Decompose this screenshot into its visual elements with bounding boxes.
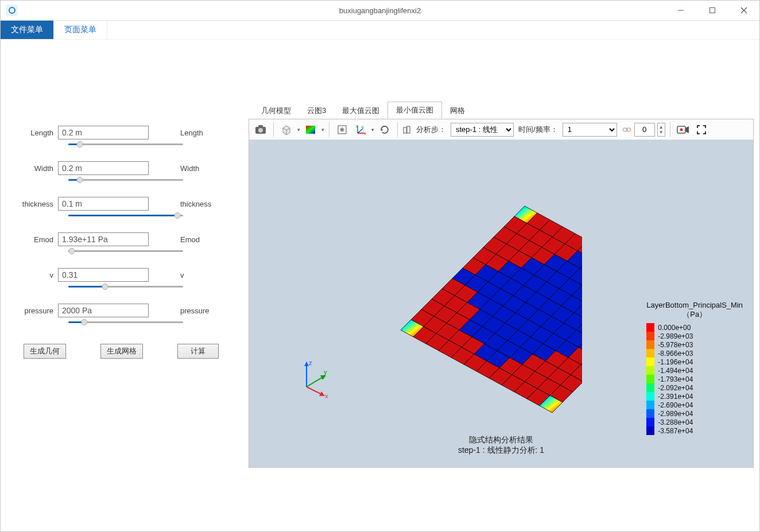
param-width-slider[interactable] xyxy=(68,176,183,184)
svg-text:z: z xyxy=(309,359,312,366)
tab-min-contour[interactable]: 最小值云图 xyxy=(387,102,442,119)
svg-line-175 xyxy=(307,376,324,387)
close-button[interactable] xyxy=(728,1,759,20)
legend-swatch xyxy=(646,426,654,435)
legend-swatch xyxy=(646,323,654,332)
result-caption-line1: 隐式结构分析结果 xyxy=(458,435,544,445)
tab-max-contour[interactable]: 最大值云图 xyxy=(334,103,387,119)
fit-view-icon[interactable] xyxy=(334,122,350,138)
param-width-label: Width xyxy=(12,164,58,173)
record-icon[interactable] xyxy=(675,122,691,138)
legend-row: -8.966e+03 xyxy=(646,349,743,358)
color-legend: LayerBottom_PrincipalS_Min （Pa） 0.000e+0… xyxy=(646,301,743,435)
generate-mesh-button[interactable]: 生成网格 xyxy=(100,344,143,359)
param-emod-slider[interactable] xyxy=(68,247,183,255)
window-title: buxiugangbanjinglifenxi2 xyxy=(1,6,759,15)
legend-value: 0.000e+00 xyxy=(658,324,691,332)
time-freq-label: 时间/频率： xyxy=(518,125,558,135)
frame-number-input[interactable] xyxy=(634,123,655,137)
svg-rect-21 xyxy=(404,127,406,133)
legend-value: -3.288e+04 xyxy=(658,418,693,426)
svg-point-6 xyxy=(258,128,263,133)
svg-marker-26 xyxy=(685,126,689,133)
step-icon xyxy=(402,125,412,134)
legend-value: -2.690e+04 xyxy=(658,401,693,409)
param-pressure-slider[interactable] xyxy=(68,319,183,327)
viewport-toolbar: ▾ ▾ zxy ▾ 分析步： xyxy=(249,119,753,140)
param-width-input[interactable] xyxy=(58,161,149,175)
svg-point-27 xyxy=(680,128,683,131)
time-freq-select[interactable]: 1 xyxy=(563,123,617,137)
tab-mesh[interactable]: 网格 xyxy=(442,103,473,119)
param-length-input[interactable] xyxy=(58,126,149,139)
minimize-button[interactable] xyxy=(665,1,696,20)
param-emod-input[interactable] xyxy=(58,232,149,246)
legend-swatch xyxy=(646,418,654,426)
screenshot-icon[interactable] xyxy=(253,122,269,138)
legend-value: -1.494e+04 xyxy=(658,367,693,375)
legend-row: 0.000e+00 xyxy=(646,323,743,332)
svg-line-178 xyxy=(307,387,323,395)
frame-stepper[interactable]: ▲▼ xyxy=(657,123,665,137)
refresh-icon[interactable] xyxy=(377,122,393,138)
tab-cloud3[interactable]: 云图3 xyxy=(299,103,334,119)
param-pressure-row: pressure pressure xyxy=(12,304,237,317)
svg-line-18 xyxy=(358,129,362,133)
param-pressure-input[interactable] xyxy=(58,304,149,317)
legend-row: -2.989e+04 xyxy=(646,409,743,418)
legend-swatch xyxy=(646,409,654,418)
svg-rect-22 xyxy=(407,126,410,133)
legend-swatch xyxy=(646,358,654,366)
param-pressure-rlabel: pressure xyxy=(180,306,210,315)
maximize-button[interactable] xyxy=(696,1,728,20)
view-cube-icon[interactable] xyxy=(278,122,294,138)
legend-value: -2.092e+04 xyxy=(658,384,693,392)
legend-row: -3.288e+04 xyxy=(646,418,743,426)
param-width-rlabel: Width xyxy=(180,164,199,173)
legend-swatch xyxy=(646,383,654,392)
parameters-panel: Length Length Width Width thickness thic… xyxy=(1,40,249,531)
link-icon[interactable] xyxy=(622,126,632,134)
param-v-slider[interactable] xyxy=(68,283,183,291)
menu-page[interactable]: 页面菜单 xyxy=(54,21,107,39)
3d-viewport[interactable]: z y x 隐式结构分析结果 step-1 : 线性静力分析: 1 xyxy=(249,140,753,467)
legend-swatch xyxy=(646,340,654,349)
svg-text:y: y xyxy=(324,368,327,375)
action-button-row: 生成几何 生成网格 计算 xyxy=(12,344,237,359)
menu-file[interactable]: 文件菜单 xyxy=(1,21,54,39)
legend-value: -1.196e+04 xyxy=(658,358,693,366)
legend-row: -5.978e+03 xyxy=(646,340,743,349)
result-caption: 隐式结构分析结果 step-1 : 线性静力分析: 1 xyxy=(458,435,544,456)
param-thickness-input[interactable] xyxy=(58,197,149,211)
legend-row: -2.989e+03 xyxy=(646,332,743,340)
param-thickness-slider[interactable] xyxy=(68,212,183,220)
legend-swatch xyxy=(646,401,654,409)
param-width-row: Width Width xyxy=(12,161,237,175)
analysis-step-label: 分析步： xyxy=(416,125,446,135)
legend-value: -2.391e+04 xyxy=(658,393,693,401)
titlebar: buxiugangbanjinglifenxi2 xyxy=(1,1,759,21)
colormap-icon[interactable] xyxy=(303,122,319,138)
generate-geometry-button[interactable]: 生成几何 xyxy=(24,344,66,359)
param-thickness-label: thickness xyxy=(12,200,58,208)
fullscreen-icon[interactable] xyxy=(693,122,709,138)
svg-rect-7 xyxy=(258,125,263,127)
contour-plot xyxy=(398,189,582,430)
param-emod-rlabel: Emod xyxy=(180,235,200,244)
param-v-row: v v xyxy=(12,268,237,282)
analysis-step-select[interactable]: step-1 : 线性 xyxy=(451,123,514,137)
legend-row: -2.391e+04 xyxy=(646,392,743,401)
compute-button[interactable]: 计算 xyxy=(177,344,219,359)
param-length-rlabel: Length xyxy=(180,129,203,137)
param-length-label: Length xyxy=(12,129,58,137)
param-v-input[interactable] xyxy=(58,268,149,282)
legend-value: -3.587e+04 xyxy=(658,427,693,435)
param-length-slider[interactable] xyxy=(68,141,183,149)
param-emod-row: Emod Emod xyxy=(12,232,237,246)
svg-marker-20 xyxy=(381,129,383,131)
legend-value: -2.989e+03 xyxy=(658,332,693,340)
axes-toggle-icon[interactable]: zxy xyxy=(352,122,369,138)
tab-geometry[interactable]: 几何模型 xyxy=(253,103,299,119)
legend-row: -1.196e+04 xyxy=(646,358,743,366)
param-v-rlabel: v xyxy=(180,271,184,279)
